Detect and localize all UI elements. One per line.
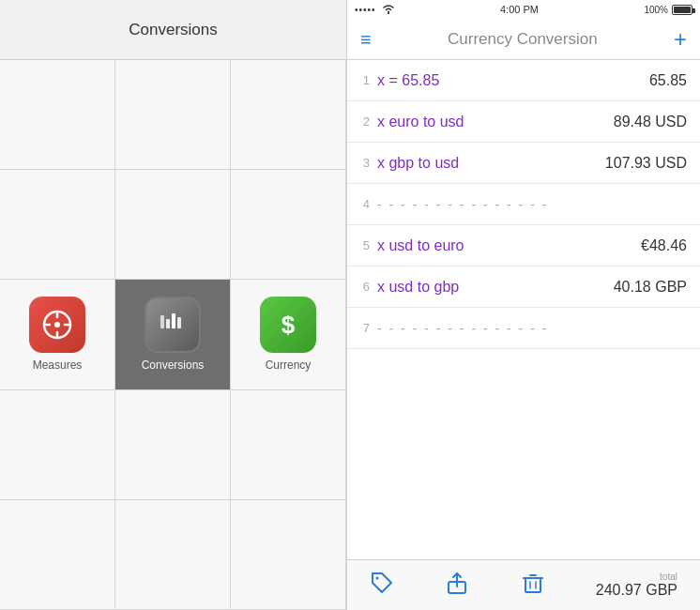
tag-svg xyxy=(370,571,394,595)
grid-cell-2-2[interactable] xyxy=(115,170,231,280)
battery-icon xyxy=(672,5,692,15)
status-bar: ••••• 4:00 PM 100% xyxy=(347,0,700,19)
wifi-icon xyxy=(382,4,395,16)
share-icon[interactable] xyxy=(445,571,469,601)
tag-icon[interactable] xyxy=(370,571,394,601)
row-number: 4 xyxy=(347,197,377,211)
total-section: total 240.97 GBP xyxy=(596,572,677,599)
battery-pct: 100% xyxy=(644,5,668,15)
conversions-icon xyxy=(156,308,190,342)
nav-title: Currency Conversion xyxy=(448,30,598,49)
svg-rect-7 xyxy=(166,319,170,328)
row-result: €48.46 xyxy=(597,237,700,254)
row-number: 7 xyxy=(347,321,377,335)
trash-svg xyxy=(521,571,545,595)
row-result: 107.93 USD xyxy=(597,155,700,172)
table-row[interactable]: 5 x usd to euro €48.46 xyxy=(347,225,700,267)
left-header: Conversions xyxy=(0,0,346,60)
row-number: 1 xyxy=(347,73,377,87)
row-number: 5 xyxy=(347,238,377,252)
table-row[interactable]: 2 x euro to usd 89.48 USD xyxy=(347,101,700,143)
row-result: 89.48 USD xyxy=(597,114,700,130)
svg-point-5 xyxy=(54,322,60,328)
signal-dots: ••••• xyxy=(355,5,376,15)
row-expression: x usd to euro xyxy=(377,228,597,264)
measures-app-icon xyxy=(29,297,85,353)
grid-cell-2-1[interactable] xyxy=(0,170,115,280)
left-header-title: Conversions xyxy=(129,21,218,39)
table-row[interactable]: 7 - - - - - - - - - - - - - - - xyxy=(347,308,700,349)
grid-cell-currency[interactable]: $ Currency xyxy=(231,280,346,389)
svg-rect-8 xyxy=(172,313,175,328)
total-label: total xyxy=(660,572,677,582)
row-expression: x = 65.85 xyxy=(377,63,597,99)
table-row[interactable]: 3 x gbp to usd 107.93 USD xyxy=(347,143,700,184)
currency-label: Currency xyxy=(266,358,312,372)
total-value: 240.97 GBP xyxy=(596,582,677,599)
conversions-label: Conversions xyxy=(142,358,205,372)
row-expression: - - - - - - - - - - - - - - - xyxy=(377,188,597,221)
row-expression: x euro to usd xyxy=(377,104,597,140)
app-grid: Measures Conversions $ Currency xyxy=(0,60,346,610)
grid-cell-5-2[interactable] xyxy=(115,500,231,610)
row-result: 65.85 xyxy=(597,72,700,89)
grid-cell-5-3[interactable] xyxy=(231,500,346,610)
left-panel: Conversions Measures xyxy=(0,0,347,610)
status-left: ••••• xyxy=(355,4,395,16)
grid-cell-4-3[interactable] xyxy=(231,390,346,500)
grid-cell-4-1[interactable] xyxy=(0,390,115,500)
grid-cell-1-2[interactable] xyxy=(115,60,231,170)
grid-cell-2-3[interactable] xyxy=(231,170,346,280)
currency-icon: $ xyxy=(271,308,305,342)
svg-rect-6 xyxy=(160,315,164,328)
grid-cell-conversions[interactable]: Conversions xyxy=(115,280,231,389)
right-panel: ••••• 4:00 PM 100% ≡ Currency Conversion… xyxy=(347,0,700,610)
measures-label: Measures xyxy=(33,358,83,372)
row-number: 3 xyxy=(347,156,377,170)
table-row[interactable]: 1 x = 65.85 65.85 xyxy=(347,60,700,101)
grid-cell-5-1[interactable] xyxy=(0,500,115,610)
nav-bar: ≡ Currency Conversion + xyxy=(347,19,700,60)
status-right: 100% xyxy=(644,5,692,15)
row-number: 6 xyxy=(347,280,377,294)
conversions-app-icon xyxy=(145,297,201,353)
menu-icon[interactable]: ≡ xyxy=(360,30,372,49)
share-svg xyxy=(445,571,469,595)
svg-rect-14 xyxy=(525,578,540,592)
grid-cell-measures[interactable]: Measures xyxy=(0,280,115,389)
row-number: 2 xyxy=(347,114,377,129)
row-expression: x gbp to usd xyxy=(377,145,597,181)
table-row[interactable]: 4 - - - - - - - - - - - - - - - xyxy=(347,184,700,225)
bottom-toolbar: total 240.97 GBP xyxy=(347,559,700,610)
add-button[interactable]: + xyxy=(674,28,687,51)
conversion-list: 1 x = 65.85 65.85 2 x euro to usd 89.48 … xyxy=(347,60,700,559)
status-time: 4:00 PM xyxy=(500,4,539,15)
grid-cell-4-2[interactable] xyxy=(115,390,231,500)
grid-cell-1-1[interactable] xyxy=(0,60,115,170)
battery-fill xyxy=(674,7,691,13)
table-row[interactable]: 6 x usd to gbp 40.18 GBP xyxy=(347,267,700,308)
svg-point-11 xyxy=(376,576,379,579)
grid-cell-1-3[interactable] xyxy=(231,60,346,170)
row-expression: - - - - - - - - - - - - - - - xyxy=(377,312,597,345)
svg-text:$: $ xyxy=(282,311,296,339)
row-result: 40.18 GBP xyxy=(597,279,700,296)
currency-app-icon: $ xyxy=(260,297,316,353)
row-expression: x usd to gbp xyxy=(377,269,597,305)
measures-icon xyxy=(40,308,74,342)
trash-icon[interactable] xyxy=(521,571,545,601)
svg-rect-9 xyxy=(177,317,181,328)
